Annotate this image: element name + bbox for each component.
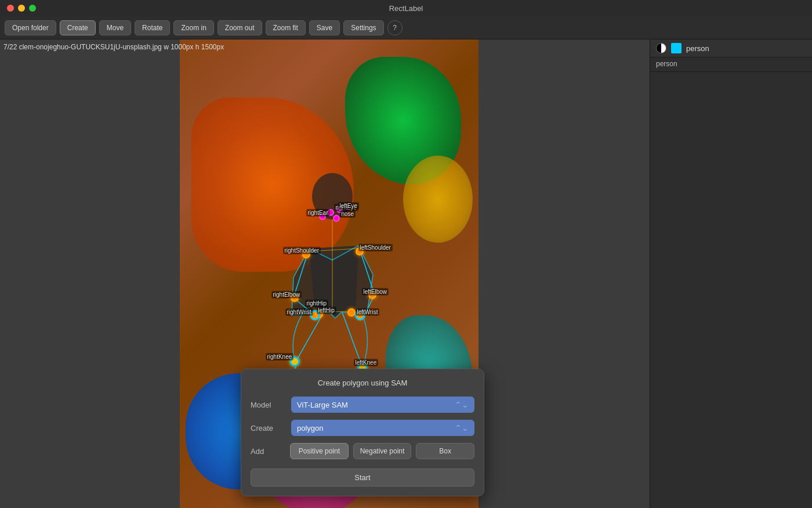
sam-add-row: Add Positive point Negative point Box [251,443,474,459]
title-bar: RectLabel [0,0,812,16]
sam-create-value: polygon [297,424,451,433]
help-button[interactable]: ? [387,20,403,35]
label-rightKnee: rightKnee [266,353,294,361]
label-leftElbow: leftElbow [362,288,389,296]
color-swatch [671,43,682,53]
sam-model-value: ViT-Large SAM [297,401,451,409]
label-leftHip: leftHip [317,307,336,314]
label-rightShoulder: rightShoulder [283,247,321,254]
graffiti-yellow [403,156,473,243]
sam-create-arrow-icon: ⌃⌄ [455,423,469,433]
label-nose: nose [340,210,356,218]
file-info: 7/22 clem-onojeghuo-GUTUCKSU1jU-unsplash… [3,43,224,51]
minimize-button[interactable] [18,5,25,12]
box-button[interactable]: Box [416,443,474,459]
label-leftWrist: leftWrist [356,308,380,316]
canvas-area[interactable]: 7/22 clem-onojeghuo-GUTUCKSU1jU-unsplash… [0,39,650,508]
traffic-lights [7,5,36,12]
sam-dialog-title: Create polygon using SAM [251,379,474,387]
close-button[interactable] [7,5,14,12]
save-button[interactable]: Save [309,20,340,35]
zoom-out-button[interactable]: Zoom out [217,20,262,35]
keypoint-nose[interactable] [333,215,340,222]
start-button[interactable]: Start [251,469,474,487]
sam-model-arrow-icon: ⌃⌄ [455,400,469,409]
zoom-in-button[interactable]: Zoom in [173,20,213,35]
label-leftKnee: leftKnee [354,359,379,366]
positive-point-button[interactable]: Positive point [290,443,349,459]
create-button[interactable]: Create [60,20,96,35]
label-leftEye: leftEye [338,202,360,210]
sam-create-select[interactable]: polygon ⌃⌄ [291,420,474,436]
zoom-fit-button[interactable]: Zoom fit [266,20,306,35]
app-title: RectLabel [389,4,423,13]
keypoint-leftHip[interactable] [347,308,356,316]
label-rightElbow: rightElbow [271,291,302,298]
rotate-button[interactable]: Rotate [135,20,170,35]
move-button[interactable]: Move [99,20,131,35]
label-leftShoulder: leftShoulder [358,244,393,251]
settings-button[interactable]: Settings [343,20,383,35]
panel-label: person [686,44,709,53]
sam-model-label: Model [251,401,285,409]
brightness-icon[interactable] [656,43,666,53]
maximize-button[interactable] [29,5,36,12]
label-rightHip: rightHip [305,300,328,307]
sam-model-row: Model ViT-Large SAM ⌃⌄ [251,397,474,413]
open-folder-button[interactable]: Open folder [5,20,56,35]
panel-sublabel: person [650,57,812,72]
label-rightWrist: rightWrist [285,308,313,316]
negative-point-button[interactable]: Negative point [353,443,412,459]
sam-create-row: Create polygon ⌃⌄ [251,420,474,436]
main-area: 7/22 clem-onojeghuo-GUTUCKSU1jU-unsplash… [0,39,812,508]
sam-add-label: Add [251,447,285,456]
toolbar: Open folder Create Move Rotate Zoom in Z… [0,16,812,39]
sam-model-select[interactable]: ViT-Large SAM ⌃⌄ [291,397,474,413]
sam-dialog: Create polygon using SAM Model ViT-Large… [241,369,484,496]
panel-header: person [650,39,812,57]
sam-create-label: Create [251,424,285,433]
label-rightEar: rightEar [306,209,330,217]
right-panel: person person [650,39,812,508]
